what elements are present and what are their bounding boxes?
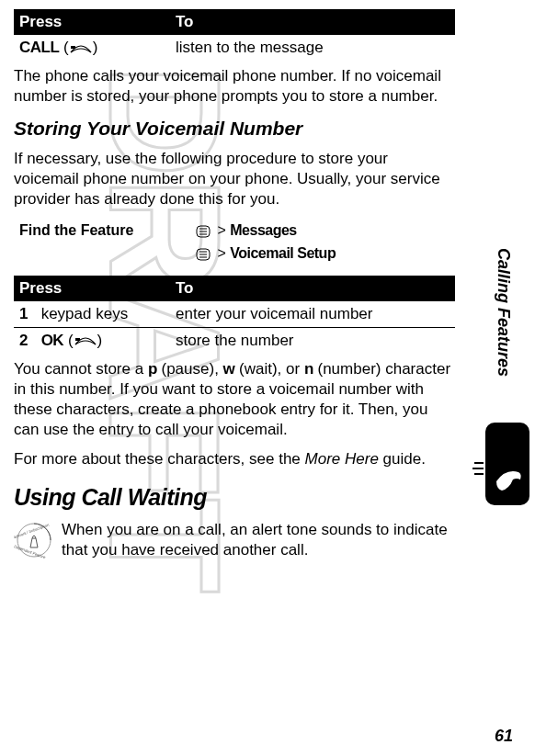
more-here-paragraph: For more about these characters, see the… (14, 449, 455, 469)
svg-text:Network / Subscription: Network / Subscription (14, 522, 51, 539)
table-header-to: To (170, 276, 455, 301)
table-header-press: Press (14, 276, 170, 301)
table-cell-press: CALL () (14, 35, 170, 61)
table-cell-to: listen to the message (170, 35, 455, 61)
char-p: p (148, 360, 157, 378)
voicemail-dial-paragraph: The phone calls your voicemail phone num… (14, 66, 455, 107)
side-tab-label: Calling Features (492, 248, 513, 377)
table-cell-press: 2 OK () (14, 327, 170, 354)
char-w: w (223, 360, 235, 378)
menu-key-icon (196, 248, 211, 261)
menu-messages: Messages (230, 222, 297, 238)
more-here-guide-title: More Here (305, 450, 379, 468)
table-cell-to: store the number (170, 327, 455, 354)
svg-rect-1 (71, 46, 75, 49)
page-number: 61 (495, 726, 513, 747)
keypad-keys-label: keypad keys (41, 305, 129, 322)
press-to-table-store: Press To 1 keypad keys enter your voicem… (14, 276, 455, 354)
menu-key-icon (196, 225, 211, 238)
left-softkey-icon (74, 335, 97, 346)
char-n: n (304, 360, 313, 378)
table-cell-to: enter your voicemail number (170, 301, 455, 328)
step-number-1: 1 (19, 305, 28, 322)
table-cell-press: 1 keypad keys (14, 301, 170, 328)
ok-softkey-label: OK (41, 332, 64, 349)
calling-features-side-icon (472, 423, 529, 505)
find-feature-label: Find the Feature (19, 222, 133, 238)
side-tab: Calling Features (489, 220, 517, 404)
special-chars-paragraph: You cannot store a p (pause), w (wait), … (14, 359, 455, 440)
using-call-waiting-heading: Using Call Waiting (14, 482, 455, 513)
gt-2: > (217, 245, 225, 261)
find-the-feature-block: Find the Feature > Messages > Voicemail … (14, 219, 455, 266)
press-to-table-call: Press To CALL () listen to the message (14, 9, 455, 61)
table-header-to: To (170, 9, 455, 35)
softkey-paren-close: ) (97, 332, 103, 349)
storing-voicemail-heading: Storing Your Voicemail Number (14, 116, 455, 141)
table-header-press: Press (14, 9, 170, 35)
call-waiting-paragraph: When you are on a call, an alert tone so… (62, 520, 455, 560)
svg-rect-10 (75, 338, 80, 341)
left-softkey-icon (69, 43, 93, 54)
softkey-paren-close: ) (93, 39, 98, 56)
svg-rect-14 (485, 423, 529, 505)
gt-1: > (217, 222, 225, 238)
menu-voicemail-setup: Voicemail Setup (230, 245, 336, 261)
step-number-2: 2 (19, 332, 28, 349)
call-softkey-label: CALL (19, 39, 59, 56)
storing-voicemail-paragraph: If necessary, use the following procedur… (14, 149, 455, 209)
network-subscription-feature-icon: Network / Subscription Dependent Feature (14, 520, 54, 560)
